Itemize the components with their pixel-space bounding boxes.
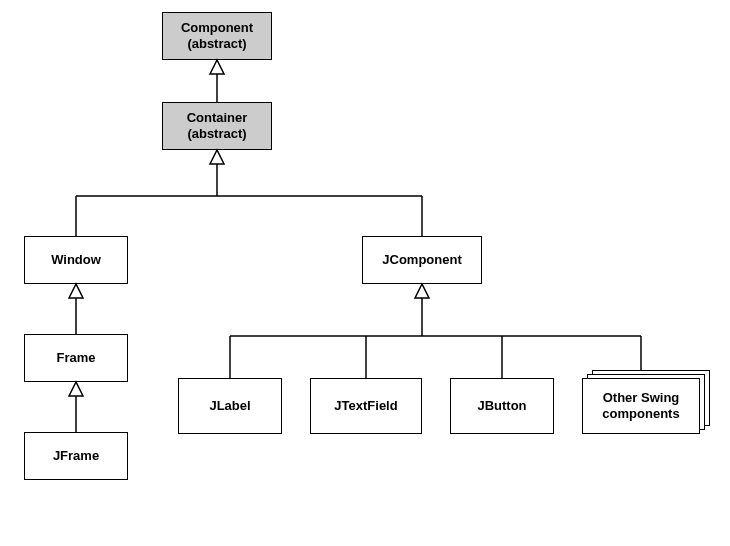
class-stereotype: (abstract) <box>187 36 246 52</box>
class-jframe: JFrame <box>24 432 128 480</box>
class-stereotype: (abstract) <box>187 126 246 142</box>
arrow-to-jcomponent <box>415 284 429 298</box>
class-window: Window <box>24 236 128 284</box>
class-name-line2: components <box>602 406 679 422</box>
class-other-swing-stack: Other Swing components <box>582 370 710 434</box>
class-name: JComponent <box>382 252 461 268</box>
class-name-line1: Other Swing <box>603 390 680 406</box>
diagram-canvas: Component (abstract) Container (abstract… <box>0 0 730 546</box>
class-frame: Frame <box>24 334 128 382</box>
class-jbutton: JButton <box>450 378 554 434</box>
arrow-container-component <box>210 60 224 74</box>
class-container: Container (abstract) <box>162 102 272 150</box>
class-name: Container <box>187 110 248 126</box>
class-name: Component <box>181 20 253 36</box>
class-name: Frame <box>56 350 95 366</box>
class-jlabel: JLabel <box>178 378 282 434</box>
class-name: Window <box>51 252 101 268</box>
arrow-to-container <box>210 150 224 164</box>
class-name: JButton <box>477 398 526 414</box>
class-other-swing: Other Swing components <box>582 378 700 434</box>
class-component: Component (abstract) <box>162 12 272 60</box>
class-jcomponent: JComponent <box>362 236 482 284</box>
class-name: JTextField <box>334 398 397 414</box>
class-jtextfield: JTextField <box>310 378 422 434</box>
arrow-jframe-frame <box>69 382 83 396</box>
arrow-frame-window <box>69 284 83 298</box>
class-name: JLabel <box>209 398 250 414</box>
class-name: JFrame <box>53 448 99 464</box>
